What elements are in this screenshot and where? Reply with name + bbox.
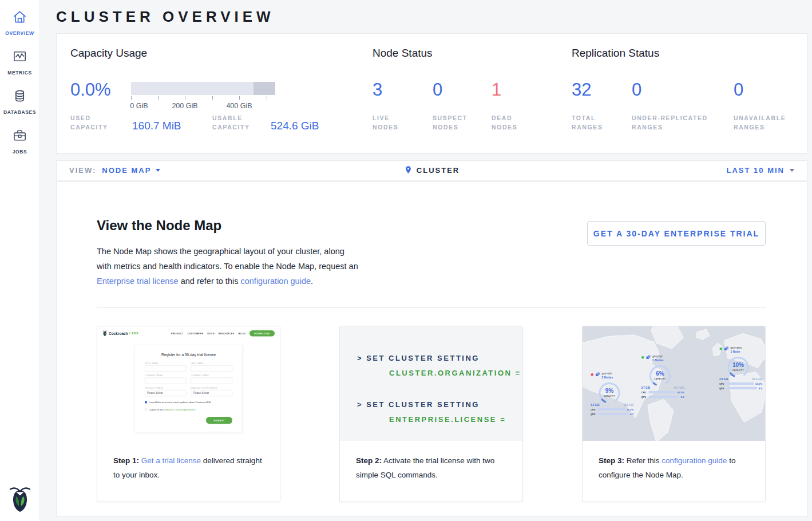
suspect-nodes-value: 0 [433,80,442,100]
sql-command: > SET CLUSTER SETTING [357,400,522,409]
view-selector-dropdown[interactable]: NODE MAP [102,166,160,175]
mini-site-nav: PRODUCT CUSTOMERS DOCS RESOURCES BLOG DO… [171,330,275,337]
step3-card: geo=sfo 2 Nodes 9% [582,326,766,502]
status-dot-green [719,348,723,351]
step2-card: > SET CLUSTER SETTING CLUSTER.ORGANIZATI… [339,326,523,502]
replication-status-title: Replication Status [572,47,659,60]
mini-register-form: Register for a 30-day trial license FIRS… [135,345,243,433]
axis-label-0: 0 GiB [130,102,148,110]
node-map-panel: View the Node Map The Node Map shows the… [56,181,807,517]
axis-label-400: 400 GiB [226,102,252,110]
cockroachdb-logo [0,486,40,513]
usable-capacity-label: USABLECAPACITY [212,113,250,132]
unavailable-ranges-value: 0 [734,80,743,100]
view-label: VIEW: [69,166,96,175]
register-site-screenshot: Cockroach LABS PRODUCT CUSTOMERS DOCS RE… [97,326,280,441]
chevron-down-icon [790,169,794,172]
sidebar-item-label: JOBS [13,149,27,155]
steps-cards: Cockroach LABS PRODUCT CUSTOMERS DOCS RE… [97,326,766,502]
divider [97,307,766,308]
scope-breadcrumb[interactable]: CLUSTER [417,166,460,175]
live-nodes-label: LIVENODES [373,113,398,132]
enterprise-trial-button[interactable]: GET A 30-DAY ENTERPRISE TRIAL [587,221,766,246]
capacity-bar [131,82,275,95]
capacity-used-percent: 0.0% [70,80,111,100]
dead-nodes-label: DEADNODES [492,113,517,132]
axis-label-200: 200 GiB [172,102,197,110]
sql-command: > SET CLUSTER SETTING [357,354,522,362]
sql-setting: ENTERPRISE.LICENSE = [389,415,522,424]
sidebar-item-overview[interactable]: OVERVIEW [0,9,40,36]
time-range-dropdown[interactable]: LAST 10 MIN [727,166,794,175]
mini-submit-button: SUBMIT [206,417,232,424]
status-dot-green [641,356,645,360]
total-ranges-value: 32 [572,80,591,100]
cockroach-labs-logo: Cockroach LABS [102,330,138,337]
sidebar: OVERVIEW METRICS DATABASES [0,0,40,521]
capacity-gauge: 9% CAPACITY [596,380,623,407]
view-bar: VIEW: NODE MAP CLUSTER LAST 10 MIN [56,160,807,180]
page-title: CLUSTER OVERVIEW [56,8,807,26]
locality-widget-ams: geo=ams 1 Node 10% [719,346,765,390]
chevron-down-icon [156,169,160,172]
under-replicated-ranges-label: UNDER-REPLICATEDRANGES [632,113,708,132]
node-map-preview-image: geo=sfo 2 Nodes 9% [583,326,765,441]
sql-commands-graphic: > SET CLUSTER SETTING CLUSTER.ORGANIZATI… [340,326,522,441]
sidebar-item-jobs[interactable]: JOBS [0,128,40,155]
metrics-icon [12,49,27,66]
capacity-axis-ticks [131,96,275,101]
mini-site-header: Cockroach LABS PRODUCT CUSTOMERS DOCS RE… [97,326,280,337]
enterprise-trial-license-link[interactable]: Enterprise trial license [97,277,179,286]
under-replicated-ranges-value: 0 [632,80,641,100]
nodes-stack-icon [724,346,729,352]
capacity-gauge: 10% CAPACITY [724,354,752,381]
locality-widget-sfo: geo=sfo 2 Nodes 9% [591,372,645,416]
cluster-summary-panel: Capacity Usage 0.0% 0 GiB 200 GiB 400 Gi… [56,33,807,153]
configuration-guide-link[interactable]: configuration guide [240,277,311,286]
mini-download-button: DOWNLOAD [249,330,275,337]
used-capacity-label: USEDCAPACITY [70,113,108,132]
sql-setting: CLUSTER.ORGANIZATION = [389,369,522,377]
suspect-nodes-label: SUSPECTNODES [433,113,468,132]
node-status-title: Node Status [373,47,433,60]
sidebar-item-databases[interactable]: DATABASES [0,88,40,115]
sidebar-item-label: DATABASES [3,109,36,115]
usable-capacity-value: 524.6 GiB [271,120,319,132]
configuration-guide-link[interactable]: configuration guide [662,456,727,465]
live-nodes-value: 3 [373,80,382,100]
sidebar-item-label: METRICS [7,70,31,76]
briefcase-icon [12,128,27,145]
unavailable-ranges-label: UNAVAILABLERANGES [734,113,786,132]
step1-caption: Step 1: Get a trial license delivered st… [97,441,280,482]
nodes-stack-icon [596,372,600,378]
section-description: The Node Map shows the geographical layo… [97,244,359,289]
status-dot-red [591,373,594,377]
capacity-bar-reserved-segment [253,82,275,95]
get-trial-license-link[interactable]: Get a trial license [141,456,201,465]
dead-nodes-value: 1 [492,80,501,100]
total-ranges-label: TOTALRANGES [572,113,603,132]
step3-caption: Step 3: Refer this configuration guide t… [583,441,765,482]
locality-widget-nyc: geo=nyc 2 Nodes 6% [641,355,696,398]
capacity-gauge: 6% CAPACITY [647,362,674,390]
sidebar-item-label: OVERVIEW [5,30,34,36]
used-capacity-value: 160.7 MiB [132,120,181,132]
home-icon [12,9,27,27]
capacity-axis-labels: 0 GiB 200 GiB 400 GiB [131,102,275,110]
database-icon [12,88,27,106]
nodes-stack-icon [646,355,651,361]
main-content: CLUSTER OVERVIEW Capacity Usage 0.0% 0 G… [40,0,812,521]
step1-card: Cockroach LABS PRODUCT CUSTOMERS DOCS RE… [97,326,280,502]
capacity-usage-title: Capacity Usage [70,47,147,60]
app-window: OVERVIEW METRICS DATABASES [0,0,812,521]
step2-caption: Step 2: Activate the trial license with … [340,441,522,482]
location-pin-icon [404,165,413,176]
capacity-bar-chart: 0 GiB 200 GiB 400 GiB [131,82,275,110]
sidebar-item-metrics[interactable]: METRICS [0,49,40,76]
